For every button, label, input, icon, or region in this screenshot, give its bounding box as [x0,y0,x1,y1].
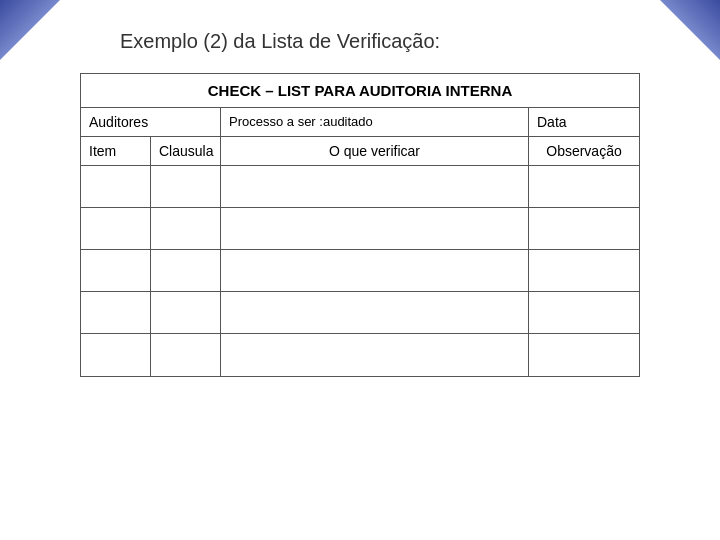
data-item-2 [81,208,151,249]
data-observacao-4 [529,292,639,333]
data-item-5 [81,334,151,376]
data-label: Data [529,108,639,136]
data-observacao-3 [529,250,639,291]
subheader-row: Item Clausula O que verificar Observação [81,137,639,166]
data-clausula-2 [151,208,221,249]
data-observacao-2 [529,208,639,249]
clausula-header: Clausula [151,137,221,165]
data-clausula-3 [151,250,221,291]
data-observacao-1 [529,166,639,207]
auditores-label: Auditores [81,108,221,136]
processo-label: Processo a ser :auditado [221,108,529,136]
checklist-header: CHECK – LIST PARA AUDITORIA INTERNA [81,74,639,108]
data-verificar-5 [221,334,529,376]
page-title: Exemplo (2) da Lista de Verificação: [120,30,440,53]
data-row [81,208,639,250]
item-header: Item [81,137,151,165]
data-clausula-5 [151,334,221,376]
data-item-3 [81,250,151,291]
verificar-header: O que verificar [221,137,529,165]
decoration-top-left [0,0,60,60]
data-row [81,334,639,376]
data-verificar-2 [221,208,529,249]
data-clausula-4 [151,292,221,333]
data-row [81,250,639,292]
data-observacao-5 [529,334,639,376]
observacao-header: Observação [529,137,639,165]
auditores-row: Auditores Processo a ser :auditado Data [81,108,639,137]
data-clausula-1 [151,166,221,207]
data-row [81,292,639,334]
data-verificar-4 [221,292,529,333]
data-item-4 [81,292,151,333]
data-row [81,166,639,208]
data-verificar-1 [221,166,529,207]
data-verificar-3 [221,250,529,291]
data-item-1 [81,166,151,207]
checklist-container: CHECK – LIST PARA AUDITORIA INTERNA Audi… [80,73,640,377]
decoration-top-right [660,0,720,60]
